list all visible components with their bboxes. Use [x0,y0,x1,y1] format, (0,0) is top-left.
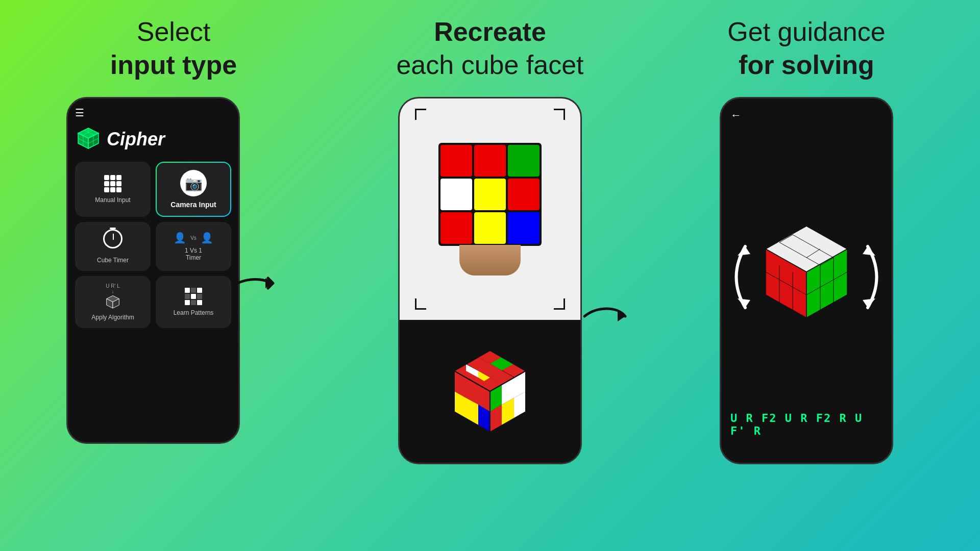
section-recreate-facet: Recreate each cube facet [347,0,633,551]
rubik-face-scan [438,143,542,246]
phone-1: ☰ [66,97,240,444]
btn-algo-label: Apply Algorithm [91,314,134,321]
section-select-input: Select input type ☰ [0,0,347,551]
grid-icon [104,175,121,192]
btn-camera-input[interactable]: 📷 Camera Input [156,162,231,217]
cube-3d-svg [439,340,541,442]
algo-icon: U R' L ↓ [105,283,121,311]
app-header: Cipher [75,126,231,153]
back-button[interactable]: ← [730,109,742,122]
cipher-logo [75,126,102,153]
headline-2: Recreate each cube facet [396,15,583,82]
arrow-1 [235,270,281,296]
app-buttons-grid: Manual Input 📷 Camera Input Cube Timer [75,162,231,328]
btn-learn-patterns[interactable]: Learn Patterns [156,276,231,328]
btn-patterns-label: Learn Patterns [174,309,214,316]
btn-timer-label: Cube Timer [97,257,129,264]
rotating-cube-area [740,142,873,412]
btn-1vs1[interactable]: 👤 Vs 👤 1 Vs 1Timer [156,222,231,271]
algorithm-text: U R F2 U R F2 R U F' R [730,412,883,437]
btn-1vs1-label: 1 Vs 1Timer [185,247,202,261]
btn-manual-label: Manual Input [95,196,130,204]
app-name-label: Cipher [107,129,165,150]
patterns-icon [185,288,202,305]
timer-icon [103,229,122,253]
btn-apply-algo[interactable]: U R' L ↓ Apply Algorithm [75,276,151,328]
right-arrow-rotate [857,241,888,313]
btn-manual-input[interactable]: Manual Input [75,162,151,217]
headline-1: Select input type [110,15,237,82]
section-guidance: Get guidance for solving ← [633,0,980,551]
arrow-2 [582,301,633,334]
phone-3: ← [720,97,893,464]
hamburger-menu[interactable]: ☰ [75,107,231,119]
btn-camera-label: Camera Input [170,201,216,209]
left-arrow-rotate [725,241,755,313]
camera-icon: 📷 [180,170,207,196]
headline-3: Get guidance for solving [727,15,885,82]
phone2-cube-render [400,320,580,463]
solved-cube-svg [740,211,873,343]
btn-cube-timer[interactable]: Cube Timer [75,222,151,271]
onevone-icon: 👤 Vs 👤 [174,232,213,244]
phone-2 [398,97,582,464]
phone2-camera-area [400,98,580,320]
